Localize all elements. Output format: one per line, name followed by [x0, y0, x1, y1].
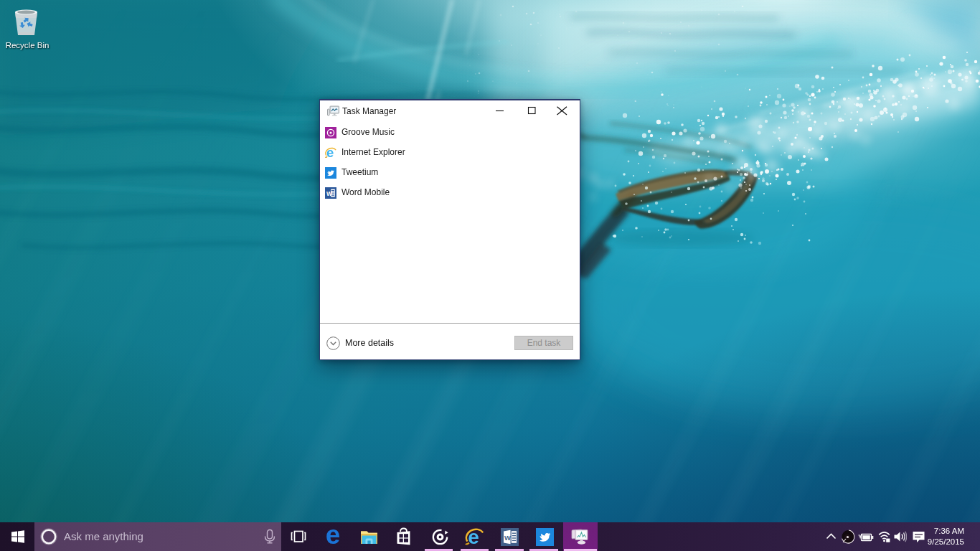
svg-text:e: e [326, 520, 341, 550]
svg-text:W: W [504, 534, 511, 542]
svg-text:e: e [468, 527, 479, 547]
svg-text:W: W [326, 190, 333, 197]
